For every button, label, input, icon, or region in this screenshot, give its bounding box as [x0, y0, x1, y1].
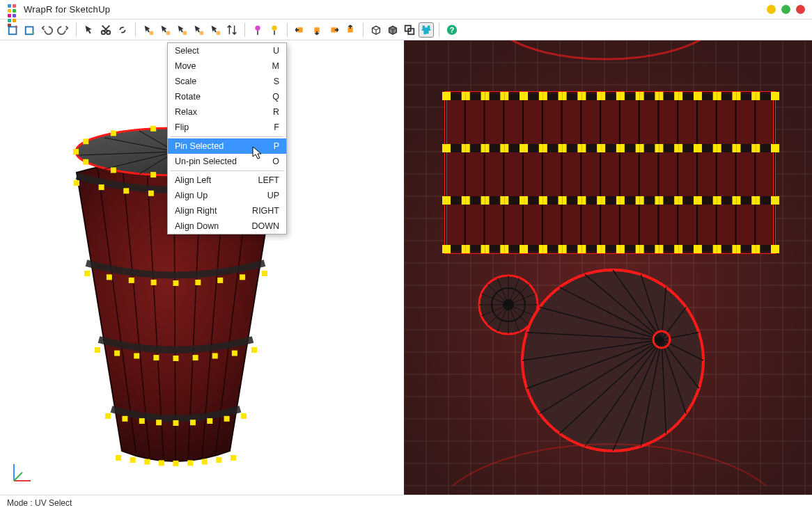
- svg-rect-83: [187, 460, 193, 465]
- svg-rect-236: [756, 196, 760, 205]
- svg-rect-176: [524, 144, 528, 152]
- undo-icon[interactable]: [39, 22, 54, 38]
- menu-item-move[interactable]: MoveM: [168, 58, 286, 74]
- svg-rect-180: [563, 144, 567, 152]
- save-file-icon[interactable]: [6, 22, 21, 38]
- cube-solid-icon[interactable]: [385, 22, 400, 38]
- svg-rect-137: [500, 92, 504, 100]
- menu-item-align-left[interactable]: Align LeftLEFT: [168, 173, 286, 188]
- menu-item-shortcut: O: [272, 157, 279, 166]
- flip-tool-icon[interactable]: [224, 22, 240, 38]
- align-up-icon[interactable]: [343, 22, 358, 38]
- menu-item-align-up[interactable]: Align UpUP: [168, 188, 286, 203]
- svg-rect-60: [95, 347, 100, 353]
- svg-rect-71: [139, 418, 145, 424]
- menu-item-relax[interactable]: RelaxR: [168, 104, 286, 120]
- svg-rect-45: [148, 191, 154, 196]
- svg-rect-198: [736, 144, 740, 152]
- svg-rect-65: [193, 355, 198, 360]
- menu-item-label: Align Right: [175, 206, 217, 216]
- waveform-icon[interactable]: [419, 22, 434, 38]
- svg-rect-244: [485, 245, 490, 253]
- svg-rect-229: [694, 196, 698, 205]
- cube-wire-icon[interactable]: [368, 22, 384, 38]
- align-right-icon[interactable]: [326, 22, 341, 38]
- close-button[interactable]: [796, 5, 805, 14]
- menu-item-shortcut: RIGHT: [252, 206, 279, 216]
- redo-icon[interactable]: [56, 22, 71, 38]
- pin-icon[interactable]: [250, 22, 265, 38]
- svg-rect-210: [504, 196, 508, 205]
- menu-item-rotate[interactable]: RotateQ: [168, 89, 286, 104]
- titlebar: WrapR for SketchUp: [0, 0, 812, 19]
- menu-item-align-right[interactable]: Align RightRIGHT: [168, 203, 286, 218]
- svg-rect-228: [678, 196, 682, 205]
- move-tool-icon[interactable]: [141, 22, 156, 38]
- svg-rect-213: [539, 196, 543, 205]
- relax-tool-icon[interactable]: [191, 22, 206, 38]
- menu-item-flip[interactable]: FlipF: [168, 120, 286, 135]
- maximize-button[interactable]: [781, 5, 790, 14]
- align-left-icon[interactable]: [292, 22, 308, 38]
- svg-rect-260: [640, 245, 644, 253]
- svg-rect-246: [504, 245, 508, 253]
- svg-rect-93: [83, 159, 88, 165]
- relink-icon[interactable]: [115, 22, 130, 38]
- svg-rect-147: [597, 92, 601, 100]
- svg-rect-196: [717, 144, 721, 152]
- scale-tool-icon[interactable]: [174, 22, 189, 38]
- svg-rect-258: [620, 245, 625, 253]
- svg-rect-204: [446, 196, 451, 205]
- svg-rect-91: [150, 172, 156, 177]
- svg-rect-81: [159, 460, 164, 465]
- svg-rect-151: [636, 92, 640, 100]
- menu-item-pin-selected[interactable]: Pin SelectedP: [168, 138, 286, 154]
- menu-item-label: Relax: [175, 107, 197, 117]
- context-menu[interactable]: SelectUMoveMScaleSRotateQRelaxRFlipFPin …: [167, 42, 287, 234]
- svg-rect-230: [698, 196, 702, 205]
- help-icon[interactable]: ?: [444, 22, 460, 38]
- svg-rect-212: [524, 196, 528, 205]
- menu-item-shortcut: DOWN: [251, 221, 279, 231]
- svg-rect-67: [232, 351, 237, 356]
- rotate-tool-icon[interactable]: [157, 22, 173, 38]
- menu-item-scale[interactable]: ScaleS: [168, 74, 286, 89]
- brush-tool-icon[interactable]: [208, 22, 223, 38]
- svg-rect-179: [559, 144, 563, 152]
- unpin-icon[interactable]: [267, 22, 282, 38]
- svg-rect-201: [771, 144, 775, 152]
- svg-rect-226: [659, 196, 663, 205]
- open-file-icon[interactable]: [22, 22, 38, 38]
- svg-rect-85: [216, 457, 221, 463]
- svg-rect-96: [111, 130, 116, 136]
- svg-rect-138: [504, 92, 508, 100]
- menu-item-select[interactable]: SelectU: [168, 43, 286, 58]
- 3d-viewport[interactable]: SelectUMoveMScaleSRotateQRelaxRFlipFPin …: [0, 40, 404, 495]
- svg-rect-221: [616, 196, 620, 205]
- svg-rect-266: [698, 245, 702, 253]
- svg-rect-219: [597, 196, 601, 205]
- svg-rect-84: [202, 459, 208, 465]
- svg-rect-52: [107, 274, 112, 280]
- overlay-icon[interactable]: [402, 22, 417, 38]
- menu-item-align-down[interactable]: Align DownDOWN: [168, 218, 286, 234]
- content: SelectUMoveMScaleSRotateQRelaxRFlipFPin …: [0, 40, 812, 495]
- svg-rect-270: [736, 245, 740, 253]
- minimize-button[interactable]: [767, 5, 776, 14]
- align-down-icon[interactable]: [309, 22, 325, 38]
- svg-rect-141: [539, 92, 543, 100]
- cut-icon[interactable]: [98, 22, 114, 38]
- svg-rect-78: [116, 455, 121, 461]
- svg-rect-66: [212, 353, 218, 358]
- svg-rect-95: [83, 138, 88, 144]
- uv-viewport[interactable]: [404, 40, 812, 495]
- statusbar: Mode : UV Select: [0, 495, 812, 510]
- select-arrow-icon[interactable]: [81, 22, 97, 38]
- svg-rect-263: [674, 245, 678, 253]
- menu-item-label: Flip: [175, 122, 189, 132]
- app-logo-icon: [7, 3, 19, 16]
- svg-rect-248: [524, 245, 528, 253]
- menu-item-un-pin-selected[interactable]: Un-pin SelectedO: [168, 154, 286, 169]
- svg-rect-58: [240, 274, 245, 280]
- menu-item-label: Move: [175, 61, 196, 71]
